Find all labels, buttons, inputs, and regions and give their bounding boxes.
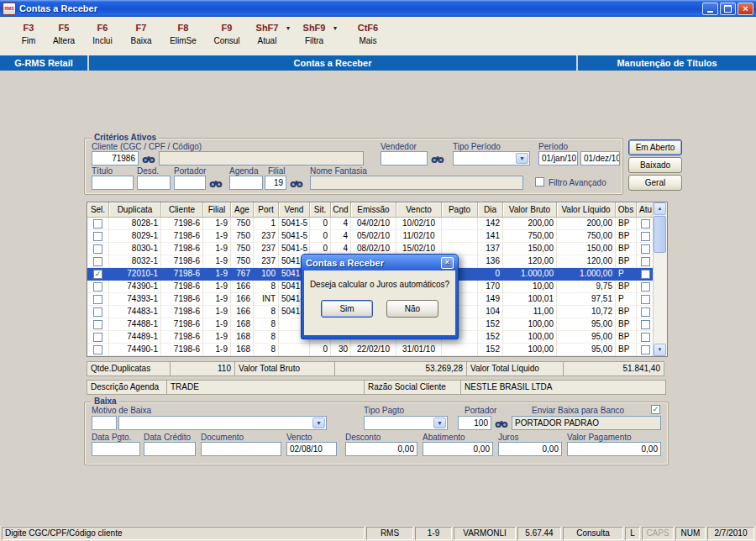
row-atu-checkbox[interactable]	[641, 307, 650, 317]
dialog-close-button[interactable]: ×	[441, 257, 454, 269]
juros-input[interactable]: 0,00	[498, 442, 562, 456]
descricao-agenda-label: Descrição Agenda	[87, 380, 167, 395]
periodo-from-input[interactable]: 01/jan/10	[538, 151, 578, 165]
desconto-input[interactable]: 0,00	[345, 442, 417, 456]
row-select-checkbox[interactable]	[93, 333, 102, 342]
filter-button-baixado[interactable]: Baixado	[628, 157, 682, 173]
column-header-dia[interactable]: Dia	[478, 202, 503, 218]
table-row[interactable]: 8029-17198-61-97502375041-50405/02/1011/…	[87, 230, 667, 243]
toolbar-button-elimse[interactable]: F8ElimSe	[166, 23, 200, 45]
row-select-checkbox[interactable]	[93, 295, 102, 304]
abatimento-input[interactable]: 0,00	[423, 442, 493, 456]
vertical-scrollbar[interactable]: ▲ ▼	[653, 202, 667, 356]
row-atu-checkbox[interactable]	[641, 320, 650, 329]
column-header-valorbruto[interactable]: Valor Bruto	[503, 202, 557, 218]
row-atu-checkbox[interactable]	[641, 270, 650, 279]
toolbar-button-filtra[interactable]: ShF9Filtra	[297, 23, 331, 45]
filial-search-button[interactable]	[288, 176, 305, 190]
portador-search-button[interactable]	[207, 176, 224, 190]
chevron-down-icon[interactable]: ▼	[516, 153, 528, 164]
row-select-checkbox[interactable]	[93, 219, 102, 228]
row-atu-checkbox[interactable]	[641, 257, 650, 266]
toolbar-button-altera[interactable]: F5Altera	[47, 23, 81, 45]
baixa-portador-search-button[interactable]	[493, 416, 510, 430]
enviar-baixa-checkbox[interactable]: ✓	[651, 405, 660, 414]
titulo-input[interactable]	[92, 176, 134, 190]
vendedor-search-button[interactable]	[429, 151, 446, 165]
toolbar-button-baixa[interactable]: F7Baixa	[124, 23, 158, 45]
tipo-pagto-select[interactable]: ▼	[364, 416, 448, 430]
cliente-code-input[interactable]: 71986	[92, 151, 139, 165]
row-select-checkbox[interactable]	[93, 232, 102, 241]
column-header-age[interactable]: Age	[231, 202, 254, 218]
toolbar-button-consul[interactable]: F9Consul	[210, 23, 244, 45]
column-header-emisso[interactable]: Emissão	[351, 202, 396, 218]
minimize-button[interactable]	[702, 3, 718, 15]
valor-pagamento-input[interactable]: 0,00	[567, 442, 661, 456]
toolbar-button-fim[interactable]: F3Fim	[12, 23, 45, 45]
cliente-name-field[interactable]	[159, 151, 364, 165]
dropdown-arrow-icon[interactable]: ▾	[284, 24, 292, 32]
column-header-cliente[interactable]: Cliente	[161, 202, 203, 218]
row-atu-checkbox[interactable]	[641, 295, 650, 304]
row-atu-checkbox[interactable]	[641, 219, 650, 228]
baixa-portador-input[interactable]: 100	[458, 416, 491, 430]
restore-button[interactable]	[720, 3, 736, 15]
scroll-down-icon[interactable]: ▼	[654, 344, 666, 356]
agenda-input[interactable]	[229, 176, 263, 190]
nao-button[interactable]: Não	[386, 300, 438, 318]
column-header-port[interactable]: Port	[254, 202, 279, 218]
filter-button-geral[interactable]: Geral	[628, 175, 682, 191]
row-atu-checkbox[interactable]	[641, 282, 650, 292]
column-header-pagto[interactable]: Pagto	[442, 202, 478, 218]
vencto-input[interactable]: 02/08/10	[286, 442, 337, 456]
data-pgto-input[interactable]	[92, 442, 140, 456]
column-header-obs[interactable]: Obs	[616, 202, 637, 218]
column-header-vend[interactable]: Vend	[279, 202, 310, 218]
documento-input[interactable]	[201, 442, 281, 456]
desd-input[interactable]	[137, 176, 171, 190]
row-atu-checkbox[interactable]	[641, 244, 650, 254]
row-select-checkbox[interactable]	[93, 282, 102, 292]
row-select-checkbox[interactable]: ✓	[93, 270, 102, 279]
dropdown-arrow-icon[interactable]: ▾	[331, 24, 339, 32]
toolbar-button-inclui[interactable]: F6Inclui	[86, 23, 119, 45]
column-header-sit[interactable]: Sit.	[310, 202, 331, 218]
row-atu-checkbox[interactable]	[641, 232, 650, 241]
chevron-down-icon[interactable]: ▼	[312, 418, 325, 428]
periodo-to-input[interactable]: 01/dez/10	[580, 151, 620, 165]
motivo-baixa-code-input[interactable]	[92, 416, 117, 430]
column-header-filial[interactable]: Filial	[203, 202, 231, 218]
sim-button[interactable]: Sim	[321, 300, 373, 318]
column-header-sel[interactable]: Sel.	[87, 202, 109, 218]
column-header-vencto[interactable]: Vencto	[396, 202, 442, 218]
toolbar-button-mais[interactable]: CtF6Mais	[351, 23, 385, 45]
toolbar-button-atual[interactable]: ShF7Atual	[250, 23, 284, 45]
scrollbar-thumb[interactable]	[654, 216, 666, 253]
nome-fantasia-input[interactable]	[310, 176, 523, 190]
filter-button-em-aberto[interactable]: Em Aberto	[628, 139, 682, 155]
table-row[interactable]: 74490-17198-61-9168803022/02/1031/01/101…	[87, 344, 667, 356]
scroll-up-icon[interactable]: ▲	[654, 202, 666, 215]
row-atu-checkbox[interactable]	[641, 333, 650, 342]
cliente-search-button[interactable]	[140, 151, 157, 165]
row-select-checkbox[interactable]	[93, 320, 102, 329]
vendedor-input[interactable]	[381, 151, 428, 165]
motivo-baixa-select[interactable]: ▼	[118, 416, 327, 430]
filial-input[interactable]: 19	[265, 176, 286, 190]
portador-input[interactable]	[174, 176, 206, 190]
filtro-avancado-checkbox[interactable]	[535, 177, 544, 186]
row-select-checkbox[interactable]	[93, 257, 102, 266]
row-select-checkbox[interactable]	[93, 345, 102, 355]
chevron-down-icon[interactable]: ▼	[433, 418, 446, 428]
close-button[interactable]: ×	[738, 3, 753, 15]
table-row[interactable]: 8028-17198-61-975015041-50404/02/1010/02…	[87, 218, 667, 230]
row-atu-checkbox[interactable]	[641, 345, 650, 355]
column-header-valorlquido[interactable]: Valor Líquido	[557, 202, 616, 218]
row-select-checkbox[interactable]	[93, 307, 102, 317]
column-header-duplicata[interactable]: Duplicata	[109, 202, 161, 218]
tipo-periodo-select[interactable]: ▼	[453, 151, 530, 165]
data-cr-dito-input[interactable]	[144, 442, 196, 456]
column-header-cnd[interactable]: Cnd	[331, 202, 351, 218]
row-select-checkbox[interactable]	[93, 244, 102, 254]
